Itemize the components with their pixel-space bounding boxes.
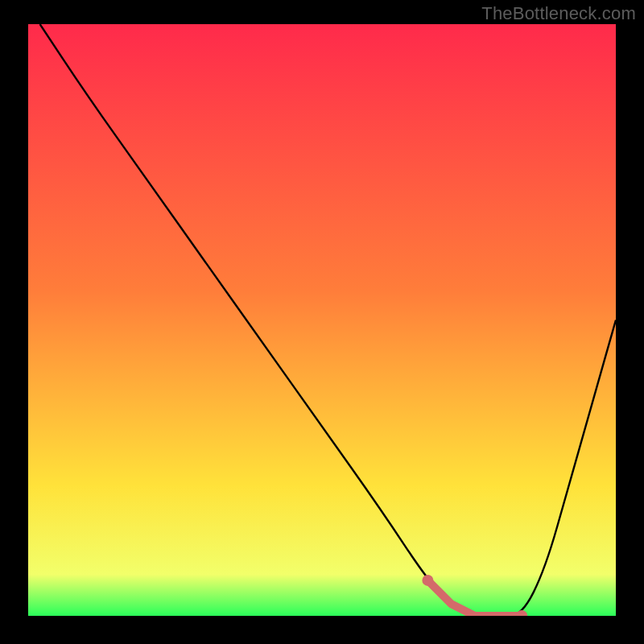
watermark-text: TheBottleneck.com: [481, 3, 636, 24]
optimal-band-start-dot: [422, 575, 433, 586]
gradient-background: [28, 24, 616, 616]
chart-frame: TheBottleneck.com: [0, 0, 644, 644]
chart-svg: [28, 24, 616, 616]
plot-area: [28, 24, 616, 616]
